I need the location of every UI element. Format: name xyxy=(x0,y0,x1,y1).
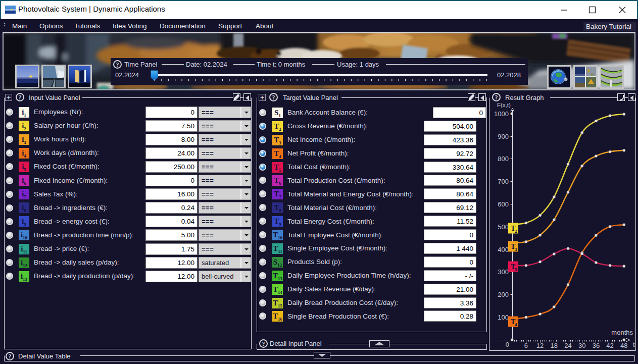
svg-text:30: 30 xyxy=(578,342,585,349)
svg-text:48: 48 xyxy=(620,342,627,349)
svg-text:42: 42 xyxy=(606,342,613,349)
svg-text:2: 2 xyxy=(515,229,517,234)
svg-text:400: 400 xyxy=(498,246,509,253)
svg-text:5: 5 xyxy=(515,267,517,272)
svg-text:700: 700 xyxy=(498,178,509,185)
svg-text:18: 18 xyxy=(551,342,558,349)
svg-text:800: 800 xyxy=(498,155,509,163)
svg-text:24: 24 xyxy=(564,342,571,349)
svg-text:300: 300 xyxy=(498,268,509,276)
svg-text:600: 600 xyxy=(498,200,509,208)
svg-text:3: 3 xyxy=(515,247,517,252)
svg-text:t: t xyxy=(633,341,635,348)
svg-text:0: 0 xyxy=(506,341,509,348)
svg-text:900: 900 xyxy=(498,133,509,140)
svg-text:500: 500 xyxy=(498,223,509,231)
svg-text:months: months xyxy=(611,329,633,336)
svg-text:36: 36 xyxy=(593,342,600,349)
svg-text:12: 12 xyxy=(536,342,544,349)
svg-text:F(x,t): F(x,t) xyxy=(497,102,511,108)
svg-text:200: 200 xyxy=(498,291,509,298)
svg-text:1000: 1000 xyxy=(494,110,509,118)
svg-text:100: 100 xyxy=(498,314,509,321)
svg-text:6: 6 xyxy=(524,342,528,349)
svg-text:4: 4 xyxy=(515,322,517,327)
